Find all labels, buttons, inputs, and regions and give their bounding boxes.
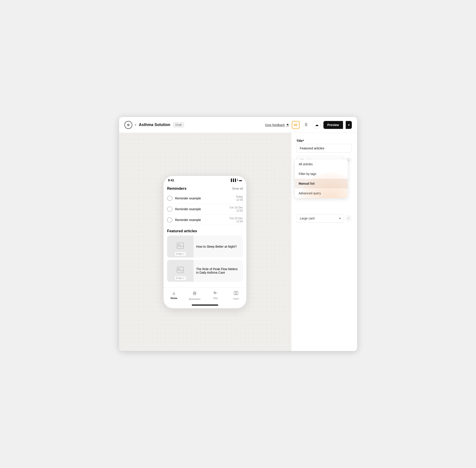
preview-button[interactable]: Preview	[323, 121, 343, 129]
canvas-area: 9:41 ▐▐▐ ⌇ ▬ Reminders Show all	[119, 133, 291, 351]
home-bar	[192, 305, 218, 306]
reminder-item: Reminder example Tue 20 Dec 12:00	[167, 204, 243, 215]
main-content: 9:41 ▐▐▐ ⌇ ▬ Reminders Show all	[119, 133, 357, 351]
article-duration: 3 min ✓	[175, 252, 186, 256]
nav-home[interactable]: ⌂ Home	[164, 290, 184, 302]
user-avatar[interactable]: Hi	[292, 121, 300, 129]
right-panel: Title* All articles ▾ ⓘ	[291, 133, 357, 351]
reminder-date: Tue 20 Dec 12:00	[229, 206, 243, 212]
app-window: ⊕ ▾ Asthma Solution Draft Give feedback …	[119, 117, 357, 351]
phone-status-bar: 9:41 ▐▐▐ ⌇ ▬	[164, 176, 246, 183]
signal-icon: ▐▐▐	[230, 178, 236, 182]
reminder-date: Tue 20 Dec 12:00	[229, 217, 243, 223]
reminder-label: Reminder example	[175, 207, 229, 211]
layout-select-wrapper: Large card ▾	[296, 214, 344, 222]
article-image: 3 min ✓	[167, 260, 194, 282]
layout-selected-value: Large card	[300, 217, 315, 220]
reminder-label: Reminder example	[175, 218, 229, 222]
image-placeholder-icon	[177, 267, 184, 275]
header: ⊕ ▾ Asthma Solution Draft Give feedback …	[119, 117, 357, 133]
reminder-item: Reminder example Today 12:00	[167, 193, 243, 204]
nav-learn[interactable]: Learn	[226, 290, 246, 302]
phone-nav: ⌂ Home Medication	[164, 288, 246, 302]
status-icons: ▐▐▐ ⌇ ▬	[230, 178, 242, 182]
reminder-checkbox[interactable]	[167, 196, 172, 201]
nav-medication[interactable]: Medication	[184, 290, 205, 302]
dropdown-item-advanced-query[interactable]: Advanced query	[295, 188, 348, 198]
article-duration: 3 min ✓	[175, 276, 186, 280]
feedback-label: Give feedback	[265, 123, 285, 127]
layout-select[interactable]: Large card ▾	[296, 214, 344, 222]
nav-medication-label: Medication	[189, 298, 200, 300]
wifi-icon: ⌇	[237, 178, 238, 182]
medication-icon	[192, 291, 197, 297]
show-all-link[interactable]: Show all	[232, 187, 243, 190]
svg-rect-2	[177, 267, 184, 273]
svg-rect-0	[177, 243, 184, 249]
dropdown-item-manual-list[interactable]: Manual list	[295, 179, 348, 188]
header-chevron-icon[interactable]: ▾	[135, 123, 136, 127]
title-input[interactable]	[296, 144, 352, 152]
preview-dropdown-button[interactable]: ▾	[346, 121, 352, 129]
article-title: The Role of Peak Flow Meters in Daily As…	[194, 260, 243, 282]
nav-learn-label: Learn	[233, 297, 239, 300]
learn-icon	[234, 291, 238, 296]
reminder-checkbox[interactable]	[167, 217, 172, 222]
layout-field-group: Large card ▾ ⓘ	[296, 214, 352, 222]
phone-mockup: 9:41 ▐▐▐ ⌇ ▬ Reminders Show all	[163, 176, 247, 309]
article-card[interactable]: 3 min ✓ How to Sleep Better at Night?	[167, 235, 243, 258]
reminder-checkbox[interactable]	[167, 206, 172, 212]
nav-vital-label: Vital	[213, 297, 218, 299]
app-title: Asthma Solution	[139, 122, 170, 127]
layout-chevron-icon: ▾	[339, 217, 341, 220]
dropdown-item-filter-by-tags[interactable]: Filter by tags	[295, 169, 348, 179]
cloud-sync-icon[interactable]: ☁	[313, 121, 321, 129]
feedback-link[interactable]: Give feedback ⚑	[265, 123, 289, 127]
nav-vital[interactable]: Vital	[205, 290, 226, 302]
vital-icon	[213, 291, 218, 296]
layout-info-icon[interactable]: ⓘ	[346, 215, 352, 221]
title-field-group: Title*	[296, 139, 352, 152]
home-icon: ⌂	[173, 291, 175, 296]
home-indicator	[164, 302, 246, 308]
title-field-label: Title*	[296, 139, 352, 143]
reminders-title: Reminders	[167, 186, 186, 191]
source-dropdown: All articles Filter by tags Manual list …	[295, 159, 348, 198]
article-card[interactable]: 3 min ✓ The Role of Peak Flow Meters in …	[167, 260, 243, 282]
article-title: How to Sleep Better at Night?	[194, 235, 239, 258]
reminders-header: Reminders Show all	[167, 183, 243, 193]
reminder-date: Today 12:00	[236, 195, 243, 201]
article-image: 3 min ✓	[167, 235, 194, 258]
phone-body: Reminders Show all Reminder example Toda…	[164, 183, 246, 288]
reminder-item: Reminder example Tue 20 Dec 12:00	[167, 215, 243, 225]
battery-icon: ▬	[239, 178, 242, 182]
feedback-flag-icon: ⚑	[286, 123, 289, 127]
status-time: 9:41	[168, 178, 174, 182]
dropdown-item-all-articles[interactable]: All articles	[295, 159, 348, 169]
reminder-label: Reminder example	[175, 197, 236, 200]
app-switcher-icon[interactable]: ⠿	[302, 121, 310, 129]
logo-icon[interactable]: ⊕	[124, 121, 132, 129]
image-placeholder-icon	[177, 243, 184, 250]
nav-home-label: Home	[171, 297, 177, 299]
draft-badge: Draft	[173, 122, 184, 127]
featured-articles-title: Featured articles	[167, 225, 243, 235]
